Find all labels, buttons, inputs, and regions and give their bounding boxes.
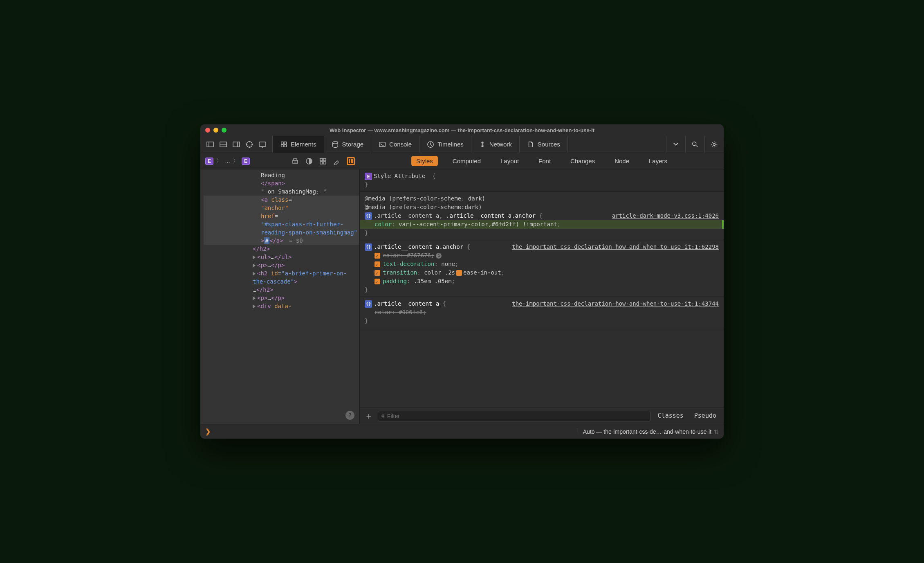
element-badge-icon: E [205,158,213,165]
css-rule[interactable]: {}.article__content a { the-important-cs… [360,297,724,328]
css-property[interactable]: transition: color .2sease-in-out; [365,268,719,277]
tab-network[interactable]: Network [471,136,520,153]
source-link[interactable]: the-important-css-declaration-how-and-wh… [512,300,719,308]
classes-button[interactable]: Classes [655,412,687,420]
inspector-window: Web Inspector — www.smashingmagazine.com… [200,124,724,439]
css-property[interactable]: color: #006fc6; [365,308,719,317]
chevron-updown-icon: ⇅ [714,428,719,435]
svg-rect-14 [284,142,286,144]
dock-left-icon[interactable] [206,140,214,149]
svg-rect-16 [284,144,286,146]
minimize-icon[interactable] [213,128,218,133]
detail-tab-layers[interactable]: Layers [644,156,672,166]
traffic-lights [205,128,227,133]
help-icon[interactable]: ? [345,411,354,420]
gear-icon[interactable] [704,136,724,153]
tab-label: Elements [291,141,316,148]
svg-rect-0 [207,142,213,147]
svg-rect-28 [323,162,326,164]
pseudo-button[interactable]: Pseudo [691,412,720,420]
filter-field[interactable]: ⊜ [378,411,650,421]
add-rule-button[interactable]: + [364,411,374,421]
tab-elements[interactable]: Elements [273,136,324,153]
color-scheme-icon[interactable] [305,157,313,165]
tab-label: Storage [342,141,364,148]
tab-label: Console [389,141,412,148]
style-attribute-rule[interactable]: EStyle Attribute { } [360,169,724,192]
tab-storage[interactable]: Storage [324,136,372,153]
layout-highlight-icon[interactable] [347,157,355,165]
search-icon[interactable] [685,136,704,153]
css-badge-icon: {} [365,243,372,251]
styles-panel: EStyle Attribute { } @media (prefers-col… [360,169,724,424]
svg-rect-25 [320,158,323,161]
detail-tab-node[interactable]: Node [610,156,634,166]
window-title: Web Inspector — www.smashingmagazine.com… [330,127,594,133]
source-link[interactable]: the-important-css-declaration-how-and-wh… [512,243,719,251]
svg-rect-26 [323,158,326,161]
source-link[interactable]: article-dark-mode-v3.css:1:4026 [612,212,719,220]
overflow-icon[interactable] [666,136,685,153]
titlebar: Web Inspector — www.smashingmagazine.com… [200,124,724,136]
styles-footer: + ⊜ Classes Pseudo [360,408,724,424]
tab-label: Timelines [437,141,464,148]
console-prompt-icon[interactable]: ❯ [205,428,211,435]
svg-point-17 [332,141,338,143]
detail-tab-computed[interactable]: Computed [448,156,486,166]
element-badge-icon: E [365,173,372,180]
css-property[interactable]: color: #767676;i [365,251,719,260]
print-styles-icon[interactable] [291,157,299,165]
detail-tab-layout[interactable]: Layout [496,156,524,166]
main-toolbar: Elements Storage Console Timelines Netwo… [200,136,724,153]
responsive-icon[interactable] [258,140,267,149]
dock-controls [200,136,273,153]
dom-tree[interactable]: Reading </span> " on SmashingMag: " <a c… [200,169,360,424]
svg-rect-11 [259,142,266,146]
tab-label: Network [489,141,512,148]
dock-bottom-icon[interactable] [219,140,227,149]
css-property[interactable]: text-decoration: none; [365,260,719,268]
checkbox-icon[interactable] [375,253,380,259]
tab-sources[interactable]: Sources [520,136,568,153]
css-badge-icon: {} [365,212,372,220]
main-body: Reading </span> " on SmashingMag: " <a c… [200,169,724,424]
filter-icon: ⊜ [381,412,385,420]
detail-tab-font[interactable]: Font [534,156,556,166]
tab-timelines[interactable]: Timelines [419,136,471,153]
tab-console[interactable]: Console [371,136,419,153]
checkbox-icon[interactable] [375,261,380,267]
css-rule[interactable]: {}.article__content a.anchor { the-impor… [360,240,724,297]
svg-point-22 [713,143,715,145]
detail-tab-styles[interactable]: Styles [411,156,438,166]
dock-right-icon[interactable] [232,140,240,149]
sub-toolbar: E 〉 … 〉 E Styles Computed Layout Font Ch… [200,153,724,169]
info-icon[interactable]: i [436,253,442,259]
tab-label: Sources [538,141,560,148]
svg-line-21 [696,145,698,147]
css-property[interactable]: padding: .35em .05em; [365,277,719,286]
css-badge-icon: {} [365,300,372,308]
svg-point-6 [247,142,252,147]
zoom-icon[interactable] [222,128,227,133]
close-icon[interactable] [205,128,210,133]
svg-rect-2 [220,142,227,147]
svg-rect-27 [320,162,323,164]
paint-icon[interactable] [333,157,341,165]
element-picker-icon[interactable] [245,140,253,149]
filter-input[interactable] [387,413,647,419]
easing-swatch-icon[interactable] [456,270,462,276]
svg-rect-18 [379,142,385,146]
svg-rect-15 [281,144,283,146]
detail-tab-changes[interactable]: Changes [565,156,600,166]
checkbox-icon[interactable] [375,279,380,284]
context-selector[interactable]: Auto — the-important-css-de…-and-when-to… [577,428,719,435]
svg-rect-13 [281,142,283,144]
element-badge-icon: E [242,158,250,165]
svg-rect-4 [233,142,240,147]
grid-icon[interactable] [319,157,327,165]
css-rule[interactable]: @media (prefers-color-scheme: dark) @med… [360,192,724,240]
breadcrumb[interactable]: E 〉 … 〉 E [205,157,250,165]
svg-point-20 [693,142,696,145]
checkbox-icon[interactable] [375,270,380,276]
css-property[interactable]: color: var(--accent-primary-color,#6fd2f… [360,220,724,229]
